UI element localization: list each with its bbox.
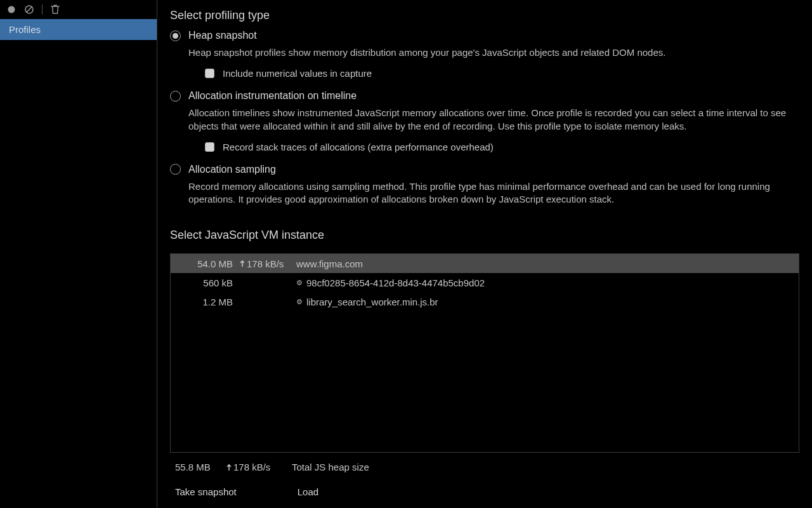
vm-size: 560 kB (176, 277, 239, 288)
radio-allocation-timeline[interactable] (170, 91, 181, 102)
svg-line-2 (27, 7, 32, 12)
radio-allocation-sampling[interactable] (170, 164, 181, 175)
worker-icon: ⚙ (296, 279, 303, 287)
vm-instance-list: 54.0 MB 178 kB/s www.figma.com 560 kB ⚙ … (170, 253, 799, 453)
take-snapshot-button[interactable]: Take snapshot (175, 486, 237, 497)
section-title-vm: Select JavaScript VM instance (170, 229, 812, 242)
upload-icon (239, 260, 246, 267)
option-allocation-timeline: Allocation instrumentation on timeline A… (170, 90, 799, 152)
checkbox-include-numerical[interactable] (205, 69, 214, 78)
vm-name: www.figma.com (296, 258, 794, 269)
vm-rate: 178 kB/s (239, 258, 296, 269)
footer: 55.8 MB 178 kB/s Total JS heap size Take… (157, 453, 812, 504)
main-pane: Select profiling type Heap snapshot Heap… (157, 0, 812, 508)
sidebar: Profiles (0, 0, 157, 508)
checkbox-label: Include numerical values in capture (223, 68, 372, 79)
toolbar-separator (42, 4, 43, 15)
option-description: Heap snapshot profiles show memory distr… (188, 46, 799, 59)
vm-row[interactable]: 1.2 MB ⚙ library_search_worker.min.js.br (171, 292, 799, 311)
option-heap-snapshot: Heap snapshot Heap snapshot profiles sho… (170, 30, 799, 79)
sidebar-item-label: Profiles (9, 24, 41, 35)
total-size: 55.8 MB (175, 462, 226, 472)
total-rate: 178 kB/s (226, 462, 283, 472)
record-icon[interactable] (6, 4, 16, 15)
clear-icon[interactable] (24, 4, 34, 15)
option-title: Allocation sampling (188, 164, 276, 175)
svg-point-0 (8, 6, 15, 13)
checkbox-record-stack-traces[interactable] (205, 142, 214, 152)
option-description: Allocation timelines show instrumented J… (188, 107, 799, 133)
vm-size: 54.0 MB (176, 258, 239, 269)
trash-icon[interactable] (50, 4, 60, 15)
footer-actions: Take snapshot Load (175, 486, 794, 497)
option-title: Heap snapshot (188, 30, 257, 41)
sidebar-item-profiles[interactable]: Profiles (0, 19, 157, 40)
footer-totals: 55.8 MB 178 kB/s Total JS heap size (175, 462, 794, 472)
section-title-profiling: Select profiling type (170, 9, 812, 22)
option-description: Record memory allocations using sampling… (188, 180, 799, 206)
checkbox-label: Record stack traces of allocations (extr… (223, 142, 494, 152)
option-title: Allocation instrumentation on timeline (188, 90, 357, 102)
vm-name: ⚙ library_search_worker.min.js.br (296, 297, 794, 307)
vm-row[interactable]: 54.0 MB 178 kB/s www.figma.com (171, 254, 799, 273)
radio-heap-snapshot[interactable] (170, 30, 181, 41)
option-allocation-sampling: Allocation sampling Record memory alloca… (170, 164, 799, 206)
load-button[interactable]: Load (298, 486, 318, 497)
total-label: Total JS heap size (292, 462, 369, 472)
vm-size: 1.2 MB (176, 297, 239, 307)
upload-icon (226, 464, 232, 471)
vm-name: ⚙ 98cf0285-8654-412d-8d43-4474b5cb9d02 (296, 277, 794, 288)
sidebar-toolbar (0, 0, 157, 19)
worker-icon: ⚙ (296, 298, 303, 306)
vm-row[interactable]: 560 kB ⚙ 98cf0285-8654-412d-8d43-4474b5c… (171, 273, 799, 292)
